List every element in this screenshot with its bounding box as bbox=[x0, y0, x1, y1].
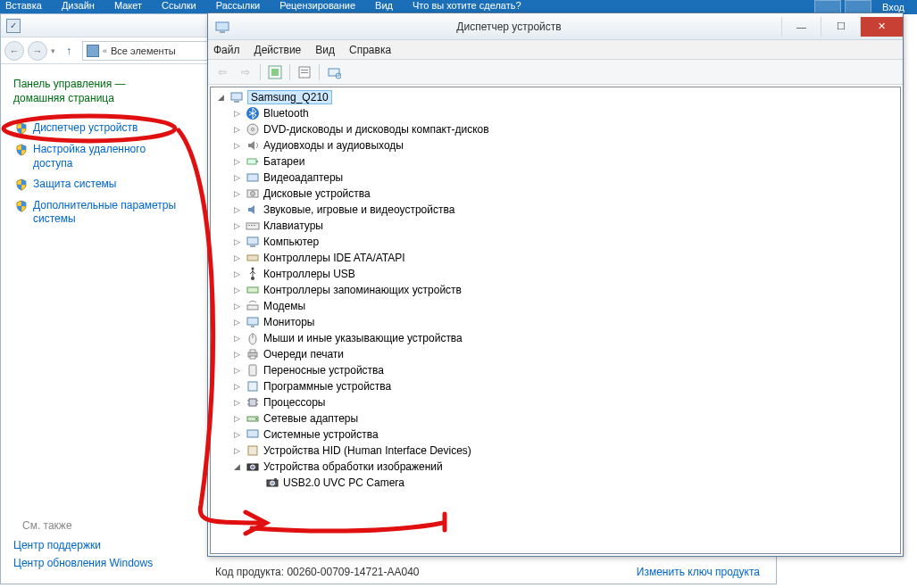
tree-node[interactable]: ▷Мыши и иные указывающие устройства bbox=[213, 330, 898, 346]
tb-properties-button[interactable] bbox=[294, 62, 315, 82]
tree-node[interactable]: ▷Bluetooth bbox=[213, 105, 898, 121]
tree-node[interactable]: ◢Samsung_Q210 bbox=[213, 89, 898, 105]
menu-view[interactable]: Вид bbox=[315, 44, 335, 56]
maximize-button[interactable]: ☐ bbox=[821, 17, 860, 37]
tree-node[interactable]: ▷Устройства HID (Human Interface Devices… bbox=[213, 443, 898, 459]
ribbon-tab[interactable]: Вид bbox=[375, 0, 393, 11]
cp-home-link[interactable]: Панель управления — домашняя страница bbox=[13, 77, 188, 105]
ribbon-tab[interactable]: Ссылки bbox=[162, 0, 196, 11]
tree-node[interactable]: ▷Батареи bbox=[213, 153, 898, 170]
expand-toggle[interactable]: ▷ bbox=[232, 157, 242, 167]
expand-toggle[interactable]: ▷ bbox=[232, 286, 242, 295]
cp-sidebar-link[interactable]: Дополнительные параметры системы bbox=[13, 195, 188, 230]
ribbon-tab[interactable]: Рецензирование bbox=[279, 0, 355, 11]
ribbon-tab[interactable]: Вставка bbox=[5, 0, 42, 11]
ribbon-tab[interactable]: Что вы хотите сделать? bbox=[413, 0, 521, 11]
ribbon-unknown-button[interactable] bbox=[845, 0, 871, 13]
tree-node[interactable]: ▷Процессоры bbox=[213, 394, 898, 410]
expand-toggle[interactable]: ▷ bbox=[232, 398, 242, 408]
nav-forward-button[interactable]: → bbox=[28, 41, 47, 61]
dm-titlebar[interactable]: Диспетчер устройств — ☐ ✕ bbox=[208, 13, 903, 40]
shield-icon bbox=[15, 144, 28, 156]
cp-sidebar-link[interactable]: Диспетчер устройств bbox=[13, 118, 188, 139]
device-icon bbox=[246, 154, 260, 169]
cp-sidebar: Панель управления — домашняя страница Ди… bbox=[1, 64, 197, 584]
nav-back-button[interactable]: ← bbox=[4, 41, 24, 61]
expand-toggle[interactable]: ▷ bbox=[232, 334, 242, 344]
expand-toggle[interactable]: ▷ bbox=[232, 221, 242, 231]
close-button[interactable]: ✕ bbox=[860, 17, 903, 37]
menu-action[interactable]: Действие bbox=[254, 44, 302, 56]
expand-toggle[interactable]: ▷ bbox=[232, 253, 242, 263]
tree-node[interactable]: ▷Модемы bbox=[213, 298, 898, 314]
expand-toggle[interactable]: ▷ bbox=[232, 446, 242, 456]
expand-toggle[interactable]: ▷ bbox=[232, 350, 242, 360]
expand-toggle[interactable]: ▷ bbox=[232, 430, 242, 440]
cp-sidebar-link[interactable]: Защита системы bbox=[13, 174, 188, 195]
tb-scan-button[interactable] bbox=[323, 62, 345, 82]
expand-toggle[interactable]: ▷ bbox=[232, 414, 242, 424]
tree-node[interactable]: ▷Дисковые устройства bbox=[213, 186, 898, 202]
tree-node[interactable]: ▷Контроллеры IDE ATA/ATAPI bbox=[213, 250, 898, 266]
tree-node[interactable]: ▷Мониторы bbox=[213, 314, 898, 330]
tree-node[interactable]: ▷Звуковые, игровые и видеоустройства bbox=[213, 202, 898, 218]
expand-toggle[interactable]: ▷ bbox=[232, 141, 242, 151]
device-icon bbox=[246, 251, 260, 265]
see-also-link[interactable]: Центр обновления Windows bbox=[13, 557, 153, 569]
expand-toggle[interactable]: ▷ bbox=[232, 366, 242, 376]
expand-toggle[interactable]: ▷ bbox=[232, 189, 242, 199]
expand-toggle[interactable]: ▷ bbox=[232, 205, 242, 215]
tree-node[interactable]: ▷Переносные устройства bbox=[213, 362, 898, 378]
cp-sidebar-link[interactable]: Настройка удаленного доступа bbox=[13, 139, 188, 174]
tree-node[interactable]: ▷Системные устройства bbox=[213, 427, 898, 443]
tree-node-label: Дисковые устройства bbox=[263, 187, 371, 200]
expand-toggle[interactable]: ▷ bbox=[232, 382, 242, 392]
tree-node[interactable]: ▷Контроллеры USB bbox=[213, 266, 898, 282]
device-icon bbox=[246, 283, 260, 297]
ribbon-tab[interactable]: Дизайн bbox=[62, 0, 95, 11]
ribbon-tab[interactable]: Макет bbox=[114, 0, 142, 11]
expand-toggle[interactable] bbox=[252, 478, 262, 488]
svg-rect-19 bbox=[246, 223, 259, 229]
change-product-key-link[interactable]: Изменить ключ продукта bbox=[637, 566, 760, 578]
tree-node[interactable]: ◢Устройства обработки изображений bbox=[213, 459, 898, 475]
see-also-link[interactable]: Центр поддержки bbox=[13, 539, 153, 551]
svg-rect-52 bbox=[274, 478, 277, 480]
tree-node[interactable]: ▷Сетевые адаптеры bbox=[213, 410, 898, 427]
tree-node[interactable]: ▷Аудиовходы и аудиовыходы bbox=[213, 137, 898, 153]
tree-node[interactable]: USB2.0 UVC PC Camera bbox=[213, 475, 898, 491]
tb-show-hidden-button[interactable] bbox=[264, 62, 286, 82]
tree-node-label: Samsung_Q210 bbox=[247, 90, 332, 104]
dm-tree[interactable]: ◢Samsung_Q210▷Bluetooth▷DVD-дисководы и … bbox=[210, 87, 901, 554]
tree-node[interactable]: ▷DVD-дисководы и дисководы компакт-диско… bbox=[213, 121, 898, 137]
expand-toggle[interactable]: ▷ bbox=[232, 237, 242, 247]
see-also-header: См. также bbox=[13, 519, 153, 532]
ribbon-tab[interactable]: Рассылки bbox=[216, 0, 260, 11]
tree-node-label: Системные устройства bbox=[263, 428, 379, 441]
expand-toggle[interactable]: ▷ bbox=[232, 109, 242, 119]
device-icon bbox=[246, 106, 260, 120]
ribbon-login[interactable]: Вход bbox=[875, 2, 912, 12]
expand-toggle[interactable]: ▷ bbox=[232, 318, 242, 327]
svg-rect-23 bbox=[247, 237, 258, 244]
expand-toggle[interactable]: ◢ bbox=[232, 462, 242, 472]
svg-rect-7 bbox=[329, 69, 339, 76]
ribbon-unknown-button[interactable] bbox=[814, 0, 841, 13]
expand-toggle[interactable]: ▷ bbox=[232, 173, 242, 183]
minimize-button[interactable]: — bbox=[781, 17, 821, 37]
tree-node[interactable]: ▷Компьютер bbox=[213, 234, 898, 250]
expand-toggle[interactable]: ◢ bbox=[216, 93, 226, 103]
tree-node[interactable]: ▷Видеоадаптеры bbox=[213, 170, 898, 186]
tree-node-label: Сетевые адаптеры bbox=[263, 412, 358, 425]
expand-toggle[interactable]: ▷ bbox=[232, 302, 242, 311]
menu-help[interactable]: Справка bbox=[349, 44, 391, 56]
tree-node[interactable]: ▷Контроллеры запоминающих устройств bbox=[213, 282, 898, 298]
tree-node[interactable]: ▷Клавиатуры bbox=[213, 218, 898, 234]
tree-node[interactable]: ▷Программные устройства bbox=[213, 378, 898, 394]
expand-toggle[interactable]: ▷ bbox=[232, 269, 242, 279]
nav-up-button[interactable]: ↑ bbox=[59, 41, 79, 61]
tree-node[interactable]: ▷Очереди печати bbox=[213, 346, 898, 362]
device-icon bbox=[246, 315, 260, 329]
expand-toggle[interactable]: ▷ bbox=[232, 125, 242, 135]
menu-file[interactable]: Файл bbox=[213, 44, 240, 56]
